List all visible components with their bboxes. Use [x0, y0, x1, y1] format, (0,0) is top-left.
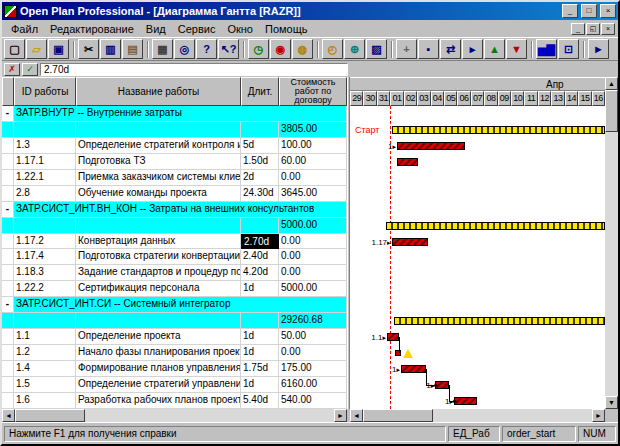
title-bar[interactable]: Open Plan Professional - [Диаграмма Гант… [2, 2, 618, 20]
gantt-scroll-thumb[interactable] [363, 409, 433, 422]
cost-cell[interactable]: 540.00 [279, 393, 347, 409]
toolbar-globe-button[interactable]: ⊕ [344, 39, 365, 59]
task-row[interactable]: 1.17.4Подготовка стратегии конвертации2.… [2, 249, 347, 265]
gantt-bar-task[interactable] [397, 158, 418, 166]
name-cell[interactable]: Конвертация данных [76, 234, 241, 250]
cost-cell[interactable]: 6160.00 [279, 377, 347, 393]
toolbar-context-help-button[interactable]: ↖? [218, 39, 239, 59]
gantt-bar-summary[interactable] [386, 222, 605, 230]
selected-duration-cell[interactable]: 2.70d [241, 234, 279, 250]
maximize-button[interactable]: □ [581, 4, 597, 18]
collapse-toggle[interactable]: - [2, 297, 14, 313]
cost-cell[interactable]: 5000.00 [279, 281, 347, 297]
name-cell[interactable]: Определение проекта [76, 329, 241, 345]
total-row[interactable]: 5000.00 [2, 218, 347, 234]
toolbar-preview-button[interactable]: ◎ [174, 39, 195, 59]
vertical-scrollbar[interactable]: ▲ ▼ [605, 77, 618, 409]
name-cell[interactable]: Формирование планов управления [76, 361, 241, 377]
cost-column-header[interactable]: Стоимость работ по договору [279, 77, 347, 106]
toolbar-open-button[interactable]: ▱ [26, 39, 47, 59]
duration-cell[interactable]: 1d [241, 377, 279, 393]
edit-input[interactable]: 2.70d [40, 63, 348, 76]
name-cell[interactable]: Обучение команды проекта [76, 186, 241, 202]
menu-item-1[interactable]: Файл [5, 22, 44, 36]
duration-cell[interactable]: 2d [241, 170, 279, 186]
gantt-bar-task[interactable] [392, 238, 428, 246]
gantt-bar-task[interactable] [401, 365, 426, 373]
cost-cell[interactable]: 175.00 [279, 361, 347, 377]
mdi-minimize-button[interactable]: _ [571, 23, 585, 35]
duration-cell[interactable]: 1.50d [241, 154, 279, 170]
cost-cell[interactable]: 60.00 [279, 154, 347, 170]
id-cell[interactable]: 1.3 [14, 138, 76, 154]
duration-cell[interactable]: 5d [241, 138, 279, 154]
table-scroll-left-button[interactable]: ◄ [2, 409, 15, 422]
duration-cell[interactable] [241, 218, 279, 234]
id-cell[interactable]: 1.17.2 [14, 234, 76, 250]
name-cell[interactable]: Подготовка стратегии конвертации [76, 249, 241, 265]
section-row[interactable]: -ЗАТР.ВНУТР -- Внутренние затраты [2, 106, 347, 122]
section-row[interactable]: -ЗАТР.СИСТ_ИНТ.ВН_КОН -- Затраты на внеш… [2, 202, 347, 218]
id-cell[interactable] [14, 122, 76, 138]
gantt-horizontal-scrollbar[interactable]: ◄ ► [350, 409, 605, 422]
toolbar-move-up-button[interactable]: ▲ [484, 39, 505, 59]
cancel-edit-button[interactable]: ✗ [4, 63, 20, 76]
duration-cell[interactable]: 2.40d [241, 249, 279, 265]
name-cell[interactable]: Определение стратегий контроля и отч [76, 138, 241, 154]
cost-cell[interactable]: 100.00 [279, 138, 347, 154]
mdi-close-button[interactable]: × [601, 23, 615, 35]
id-cell[interactable]: 1.22.1 [14, 170, 76, 186]
toolbar-point-button[interactable]: ▪ [418, 39, 439, 59]
cost-cell[interactable]: 0.00 [279, 265, 347, 281]
mdi-restore-button[interactable]: ◱ [586, 23, 600, 35]
name-cell[interactable]: Подготовка ТЗ [76, 154, 241, 170]
duration-cell[interactable]: 4.20d [241, 265, 279, 281]
duration-cell[interactable] [241, 313, 279, 329]
duration-column-header[interactable]: Длит. [241, 77, 279, 106]
table-horizontal-scrollbar[interactable]: ◄ ► [2, 409, 347, 422]
gantt-scroll-left-button[interactable]: ◄ [350, 409, 363, 422]
cost-cell[interactable]: 0.00 [279, 345, 347, 361]
cost-cell[interactable]: 50.00 [279, 329, 347, 345]
task-row[interactable]: 1.18.3Задание стандартов и процедур по д… [2, 265, 347, 281]
id-cell[interactable]: 1.4 [14, 361, 76, 377]
menu-item-6[interactable]: Помощь [259, 22, 314, 36]
task-row[interactable]: 1.17.2Конвертация данных2.70d0.00 [2, 234, 347, 250]
close-button[interactable]: × [600, 4, 616, 18]
cost-cell[interactable]: 0.00 [279, 249, 347, 265]
toolbar-save-button[interactable]: ▣ [48, 39, 69, 59]
menu-item-2[interactable]: Редактирование [44, 22, 140, 36]
total-row[interactable]: 3805.00 [2, 122, 347, 138]
task-row[interactable]: 1.4Формирование планов управления1.75d17… [2, 361, 347, 377]
toolbar-calendar-button[interactable]: ▨ [366, 39, 387, 59]
cost-cell[interactable]: 3645.00 [279, 186, 347, 202]
name-cell[interactable] [76, 122, 241, 138]
accept-edit-button[interactable]: ✓ [22, 63, 38, 76]
cost-cell[interactable]: 3805.00 [279, 122, 347, 138]
task-row[interactable]: 1.22.1Приемка заказчиком системы клиент2… [2, 170, 347, 186]
task-row[interactable]: 1.2Начало фазы планирования проекта1d0.0… [2, 345, 347, 361]
collapse-toggle[interactable]: - [2, 106, 14, 122]
menu-item-3[interactable]: Вид [140, 22, 172, 36]
toolbar-link-tasks-button[interactable]: ⇄ [440, 39, 461, 59]
vertical-scroll-thumb[interactable] [605, 90, 618, 132]
toolbar-add-button[interactable]: + [396, 39, 417, 59]
gantt-bar-task[interactable] [397, 142, 465, 150]
id-cell[interactable] [14, 218, 76, 234]
name-cell[interactable]: Задание стандартов и процедур по д [76, 265, 241, 281]
duration-cell[interactable] [241, 122, 279, 138]
task-row[interactable]: 1.22.2Сертификация персонала1d5000.00 [2, 281, 347, 297]
toolbar-help-button[interactable]: ? [196, 39, 217, 59]
task-row[interactable]: 1.5Определение стратегий управления и1d6… [2, 377, 347, 393]
duration-cell[interactable]: 1d [241, 345, 279, 361]
id-cell[interactable]: 1.17.4 [14, 249, 76, 265]
toolbar-time-analysis-button[interactable]: ◷ [248, 39, 269, 59]
task-row[interactable]: 1.17.1Подготовка ТЗ1.50d60.00 [2, 154, 347, 170]
id-cell[interactable]: 1.17.1 [14, 154, 76, 170]
toolbar-move-down-button[interactable]: ▼ [506, 39, 527, 59]
name-cell[interactable]: Разработка рабочих планов проекта [76, 393, 241, 409]
toolbar-clock-button[interactable]: ◴ [322, 39, 343, 59]
table-scroll-right-button[interactable]: ► [334, 409, 347, 422]
id-column-header[interactable]: ID работы [14, 77, 76, 106]
name-cell[interactable] [76, 313, 241, 329]
